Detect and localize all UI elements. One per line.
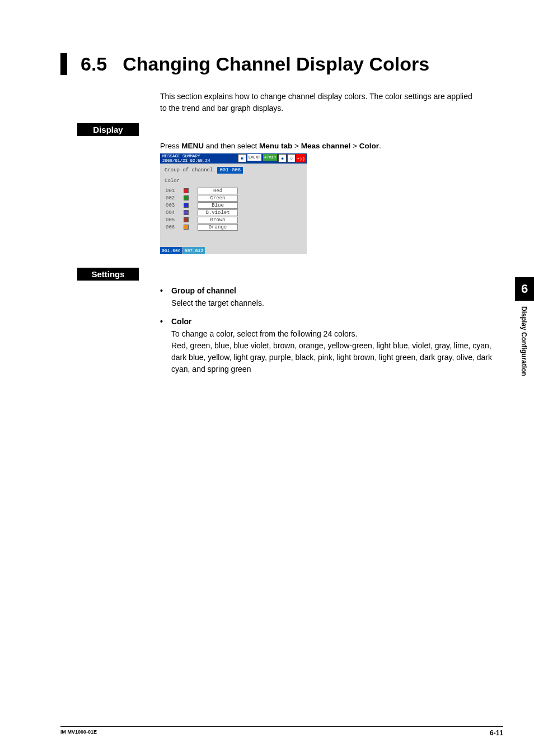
time-pill: 47min — [263, 154, 277, 161]
ss-tab: 001-006 — [160, 247, 182, 254]
bullet-color-body: To change a color, select from the follo… — [171, 328, 503, 375]
ss-group-value: 001-006 — [217, 167, 243, 174]
bullet-dot: • — [160, 317, 171, 326]
instr-menutab: Menu tab — [259, 142, 292, 150]
heading-number: 6.5 — [81, 53, 107, 75]
ss-ch: 002 — [166, 195, 179, 201]
chapter-title: Display Configuration — [520, 301, 528, 382]
instr-sep2: > — [350, 142, 359, 150]
bullet-color: • Color — [160, 317, 503, 326]
ss-row: 004B.violet — [166, 209, 301, 216]
bullet-group: • Group of channel — [160, 286, 503, 295]
color-name: B.violet — [198, 209, 238, 216]
display-label: Display — [77, 123, 139, 136]
ss-row: 003Blue — [166, 202, 301, 209]
ss-ch: 005 — [166, 217, 179, 223]
alarm-icon: •)) — [296, 154, 306, 162]
instr-prefix: Press — [160, 142, 181, 150]
ss-header-2: 2008/01/23 02:55:24 — [162, 158, 210, 163]
section-heading: 6.5 Changing Channel Display Colors — [60, 53, 503, 75]
bullet-color-title: Color — [171, 317, 192, 326]
ss-ch: 001 — [166, 188, 179, 194]
ss-header-1: MESSAGE SUMMARY — [162, 154, 210, 158]
ss-row: 006Orange — [166, 223, 301, 231]
ss-row: 001Red — [166, 187, 301, 194]
event-pill: EVENT — [247, 154, 261, 161]
ss-group-row: Group of channel 001-006 — [160, 164, 307, 177]
instr-sep1: > — [292, 142, 301, 150]
doc-id: IM MV1000-01E — [60, 729, 97, 737]
instr-suffix: . — [379, 142, 381, 150]
ss-color-label: Color — [160, 177, 307, 185]
bullet-dot: • — [160, 286, 171, 295]
ss-row: 002Green — [166, 194, 301, 202]
ss-ch: 003 — [166, 203, 179, 208]
ss-rows: 001Red002Green003Blue004B.violet005Brown… — [160, 185, 307, 233]
instr-menu: MENU — [181, 142, 204, 150]
chapter-number: 6 — [515, 277, 534, 301]
instr-color: Color — [359, 142, 379, 150]
heading-title: Changing Channel Display Colors — [123, 53, 429, 75]
instruction-line: Press MENU and then select Menu tab > Me… — [160, 142, 503, 150]
color-swatch — [184, 203, 189, 208]
ss-row: 005Brown — [166, 216, 301, 223]
color-name: Blue — [198, 202, 238, 209]
color-name: Red — [198, 188, 238, 194]
color-swatch — [184, 188, 189, 193]
color-line1: To change a color, select from the follo… — [171, 328, 503, 340]
color-swatch — [184, 195, 189, 200]
ss-ch: 006 — [166, 225, 179, 230]
color-swatch — [184, 210, 189, 215]
color-name: Green — [198, 195, 238, 202]
color-name: Orange — [198, 224, 238, 231]
disk-icon: ▣ — [238, 154, 246, 162]
ss-group-label: Group of channel — [165, 167, 213, 173]
instr-meas: Meas channel — [301, 142, 351, 150]
key-icon: ◉ — [278, 154, 287, 162]
side-tab: 6 Display Configuration — [515, 277, 534, 382]
page-footer: IM MV1000-01E 6-11 — [60, 726, 503, 737]
color-line2: Red, green, blue, blue violet, brown, or… — [171, 340, 503, 375]
color-name: Brown — [198, 217, 238, 223]
ss-titlebar: MESSAGE SUMMARY 2008/01/23 02:55:24 ▣ EV… — [160, 153, 307, 164]
device-screenshot: MESSAGE SUMMARY 2008/01/23 02:55:24 ▣ EV… — [160, 153, 307, 254]
intro-text: This section explains how to change chan… — [160, 91, 474, 114]
ss-ch: 004 — [166, 210, 179, 216]
color-swatch — [184, 225, 189, 230]
ss-tabs: 001-006007-012 — [160, 247, 205, 254]
color-swatch — [184, 217, 189, 222]
bullet-group-body: Select the target channels. — [171, 297, 503, 309]
settings-label: Settings — [77, 268, 139, 281]
instr-mid1: and then select — [204, 142, 259, 150]
bullet-group-title: Group of channel — [171, 286, 236, 295]
ss-iconbar: ▣ EVENT 47min ◉ ☺ •)) — [238, 154, 306, 162]
heading-bar — [60, 53, 67, 75]
ss-tab: 007-012 — [183, 247, 205, 254]
page-number: 6-11 — [490, 729, 503, 737]
user-icon: ☺ — [287, 154, 296, 162]
